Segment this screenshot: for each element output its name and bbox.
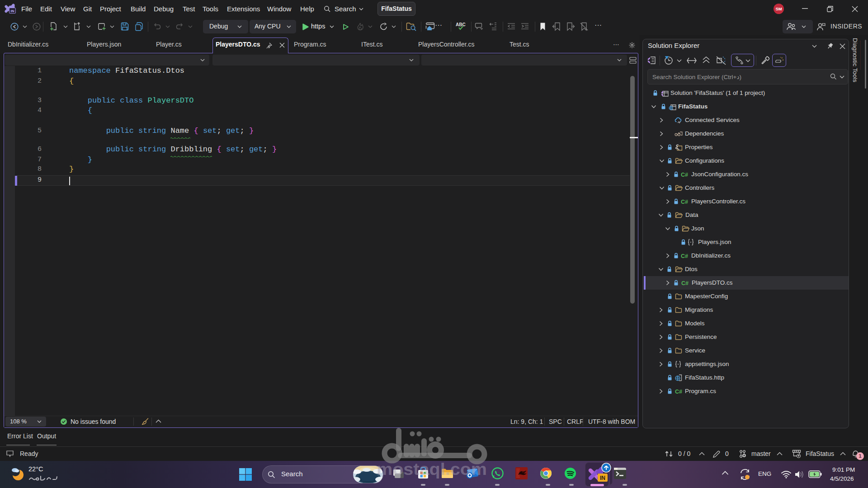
- svg-text:C#: C#: [675, 389, 682, 395]
- svg-text:IN: IN: [11, 9, 14, 13]
- svg-text:C#: C#: [681, 253, 688, 259]
- svg-text:mostaql.com: mostaql.com: [377, 460, 487, 479]
- svg-text:C#: C#: [681, 172, 688, 178]
- svg-text:IN: IN: [600, 475, 605, 481]
- svg-text:C#: C#: [681, 280, 689, 286]
- svg-text:C#: C#: [681, 199, 688, 205]
- svg-text:ABC: ABC: [456, 22, 466, 27]
